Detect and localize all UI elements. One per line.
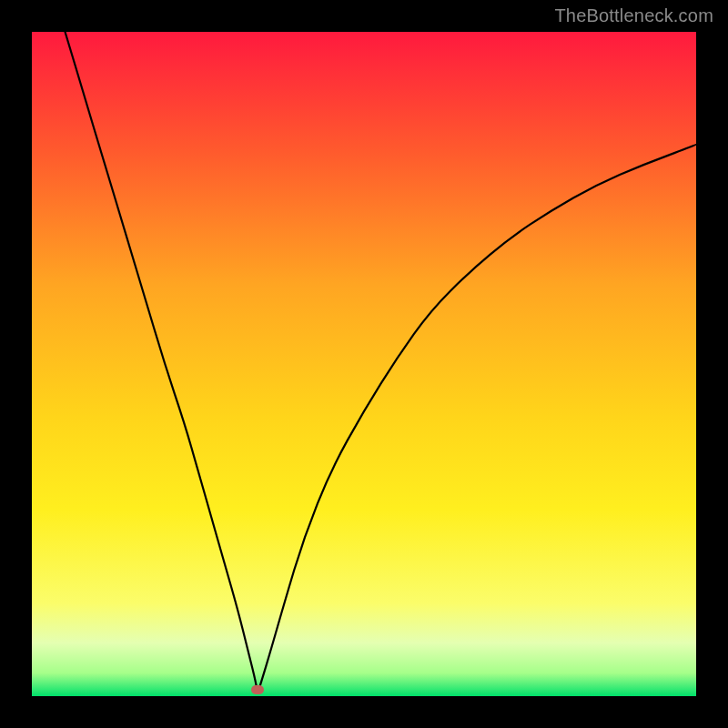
plot-area [32,32,696,696]
curve-svg [32,32,696,696]
bottleneck-curve [66,32,697,690]
optimal-point-marker [251,685,264,694]
watermark-label: TheBottleneck.com [554,5,713,26]
chart-frame: TheBottleneck.com [0,0,728,728]
